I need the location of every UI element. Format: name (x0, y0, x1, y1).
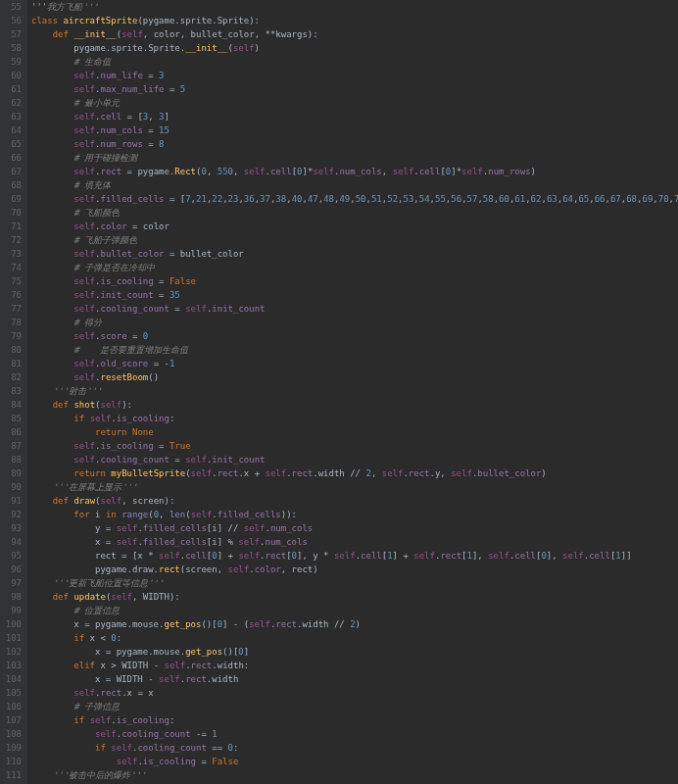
line-number: 67 (4, 165, 22, 178)
line-number: 68 (4, 178, 22, 192)
line-number: 55 (4, 0, 22, 14)
line-number: 72 (4, 233, 22, 247)
code-line[interactable]: x = pygame.mouse.get_pos()[0] (31, 645, 674, 659)
code-line[interactable]: self.resetBoom() (31, 370, 674, 384)
line-number: 111 (4, 768, 22, 782)
code-line[interactable]: self.cooling_count = self.init_count (31, 302, 674, 316)
code-line[interactable]: return None (31, 425, 674, 439)
line-number: 87 (4, 439, 22, 453)
code-line[interactable]: x = WIDTH - self.rect.width (31, 672, 674, 686)
code-line[interactable]: # 填充体 (31, 178, 674, 192)
line-number: 104 (4, 672, 22, 686)
line-number: 69 (4, 192, 22, 206)
code-line[interactable]: # 子弹信息 (31, 700, 674, 713)
code-line[interactable]: # 得分 (31, 316, 674, 329)
code-line[interactable]: # 位置信息 (31, 604, 674, 617)
line-number: 101 (4, 631, 22, 645)
code-line[interactable]: self.num_cols = 15 (31, 123, 674, 137)
code-line[interactable]: self.init_count = 35 (31, 288, 674, 302)
line-number: 93 (4, 521, 22, 535)
code-line[interactable]: self.num_life = 3 (31, 69, 674, 82)
line-number: 92 (4, 508, 22, 521)
code-line[interactable]: self.is_cooling = True (31, 439, 674, 453)
line-number: 103 (4, 659, 22, 672)
code-line[interactable]: # 飞船颜色 (31, 206, 674, 220)
code-line[interactable]: # 飞船子弹颜色 (31, 233, 674, 247)
code-line[interactable]: x = self.filled_cells[i] % self.num_cols (31, 535, 674, 549)
line-number: 81 (4, 357, 22, 370)
line-number: 107 (4, 713, 22, 727)
code-line[interactable]: self.is_cooling = False (31, 274, 674, 288)
line-number: 85 (4, 412, 22, 425)
code-line[interactable]: for i in range(0, len(self.filled_cells)… (31, 508, 674, 521)
code-line[interactable]: '''更新飞船位置等信息''' (31, 576, 674, 590)
code-line[interactable]: self.score = 0 (31, 329, 674, 343)
code-line[interactable]: self.cooling_count -= 1 (31, 727, 674, 741)
line-number: 83 (4, 384, 22, 398)
code-line[interactable]: def __init__(self, color, bullet_color, … (31, 27, 674, 41)
code-line[interactable]: # 子弹是否在冷却中 (31, 261, 674, 274)
code-line[interactable]: '''我方飞船''' (31, 0, 674, 14)
line-number-gutter: 5556575859606162636465666768697071727374… (0, 0, 27, 784)
code-line[interactable]: def update(self, WIDTH): (31, 590, 674, 604)
line-number: 64 (4, 123, 22, 137)
code-line[interactable]: # 最小单元 (31, 96, 674, 110)
line-number: 91 (4, 494, 22, 508)
line-number: 61 (4, 82, 22, 96)
line-number: 110 (4, 755, 22, 768)
line-number: 70 (4, 206, 22, 220)
line-number: 63 (4, 110, 22, 123)
line-number: 99 (4, 604, 22, 617)
code-line[interactable]: rect = [x * self.cell[0] + self.rect[0],… (31, 549, 674, 563)
code-line[interactable]: elif x > WIDTH - self.rect.width: (31, 659, 674, 672)
line-number: 71 (4, 220, 22, 233)
line-number: 74 (4, 261, 22, 274)
line-number: 79 (4, 329, 22, 343)
code-line[interactable]: self.num_rows = 8 (31, 137, 674, 151)
line-number: 90 (4, 480, 22, 494)
line-number: 57 (4, 27, 22, 41)
line-number: 98 (4, 590, 22, 604)
line-number: 109 (4, 741, 22, 755)
code-line[interactable]: '''在屏幕上显示''' (31, 480, 674, 494)
code-line[interactable]: # 生命值 (31, 55, 674, 69)
code-line[interactable]: pygame.sprite.Sprite.__init__(self) (31, 41, 674, 55)
line-number: 100 (4, 617, 22, 631)
code-line[interactable]: pygame.draw.rect(screen, self.color, rec… (31, 563, 674, 576)
code-line[interactable]: self.max_num_life = 5 (31, 82, 674, 96)
line-number: 105 (4, 686, 22, 700)
line-number: 80 (4, 343, 22, 357)
line-number: 77 (4, 302, 22, 316)
code-line[interactable]: if x < 0: (31, 631, 674, 645)
code-line[interactable]: self.old_score = -1 (31, 357, 674, 370)
code-line[interactable]: def shot(self): (31, 398, 674, 412)
code-line[interactable]: if self.cooling_count == 0: (31, 741, 674, 755)
line-number: 88 (4, 453, 22, 466)
code-line[interactable]: # 用于碰撞检测 (31, 151, 674, 165)
code-line[interactable]: '''被击中后的爆炸''' (31, 768, 674, 782)
code-line[interactable]: y = self.filled_cells[i] // self.num_col… (31, 521, 674, 535)
line-number: 82 (4, 370, 22, 384)
line-number: 106 (4, 700, 22, 713)
code-line[interactable]: '''射击''' (31, 384, 674, 398)
code-line[interactable]: return myBulletSprite(self.rect.x + self… (31, 466, 674, 480)
line-number: 89 (4, 466, 22, 480)
code-line[interactable]: self.rect = pygame.Rect(0, 550, self.cel… (31, 165, 674, 178)
code-line[interactable]: if self.is_cooling: (31, 713, 674, 727)
code-line[interactable]: self.is_cooling = False (31, 755, 674, 768)
code-line[interactable]: self.cooling_count = self.init_count (31, 453, 674, 466)
line-number: 95 (4, 549, 22, 563)
code-line[interactable]: if self.is_cooling: (31, 412, 674, 425)
code-line[interactable]: self.cell = [3, 3] (31, 110, 674, 123)
line-number: 73 (4, 247, 22, 261)
code-line[interactable]: self.rect.x = x (31, 686, 674, 700)
code-editor-content[interactable]: '''我方飞船'''class aircraftSprite(pygame.sp… (27, 0, 678, 784)
code-line[interactable]: self.color = color (31, 220, 674, 233)
line-number: 78 (4, 316, 22, 329)
code-line[interactable]: x = pygame.mouse.get_pos()[0] - (self.re… (31, 617, 674, 631)
code-line[interactable]: def draw(self, screen): (31, 494, 674, 508)
code-line[interactable]: self.filled_cells = [7,21,22,23,36,37,38… (31, 192, 674, 206)
code-line[interactable]: class aircraftSprite(pygame.sprite.Sprit… (31, 14, 674, 27)
code-line[interactable]: # 是否要重置增加生命值 (31, 343, 674, 357)
code-line[interactable]: self.bullet_color = bullet_color (31, 247, 674, 261)
